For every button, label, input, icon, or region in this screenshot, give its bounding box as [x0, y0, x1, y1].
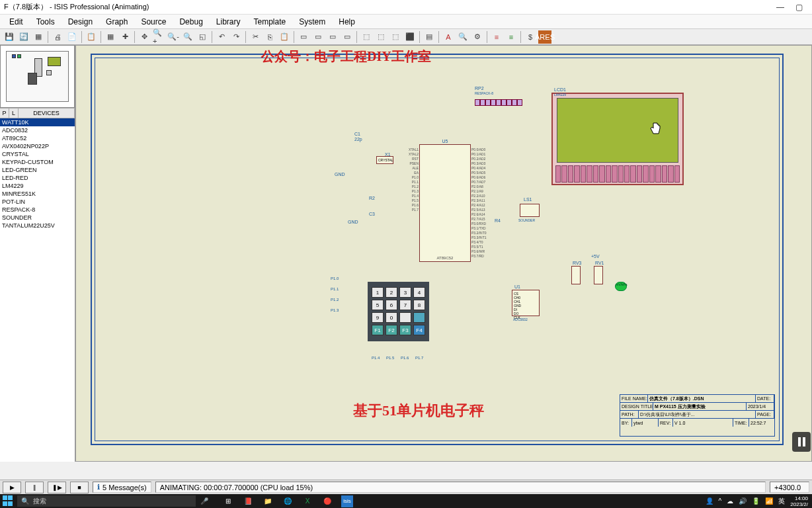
tool-clipboard-icon[interactable]: 📋: [85, 30, 98, 44]
tool-make-icon[interactable]: ⬚: [374, 30, 387, 44]
tool-erc-icon[interactable]: ≡: [490, 30, 503, 44]
tool-block2-icon[interactable]: ▭: [311, 30, 325, 44]
crystal[interactable]: CRYSTAL: [376, 156, 393, 164]
device-item[interactable]: LM4229: [0, 182, 75, 190]
sensor-icon[interactable]: mV/kPa: [615, 282, 627, 291]
schematic-canvas[interactable]: 公众号：电子工程DIY工作室 U5 XTAL1XTAL2 RST PSENALE…: [75, 45, 812, 462]
mic-icon[interactable]: 🎤: [200, 497, 209, 505]
menu-template[interactable]: Template: [249, 16, 292, 28]
tool-ares-icon[interactable]: ARES: [538, 30, 551, 44]
menu-library[interactable]: Library: [211, 16, 246, 28]
key-7[interactable]: 7: [399, 300, 411, 310]
tool-props-icon[interactable]: ⚙: [471, 30, 484, 44]
device-item[interactable]: LED-GREEN: [0, 166, 75, 174]
maximize-button[interactable]: ▢: [790, 3, 808, 12]
key-8[interactable]: 8: [413, 300, 425, 310]
tool-decomp-icon[interactable]: ⬛: [403, 30, 417, 44]
menu-help[interactable]: Help: [333, 16, 360, 28]
isis-app-icon[interactable]: isis: [341, 495, 353, 507]
tool-paste-icon[interactable]: 📋: [278, 30, 291, 44]
sim-play-button[interactable]: ▶: [3, 482, 21, 493]
tool-wire-icon[interactable]: ▤: [423, 30, 436, 44]
menu-system[interactable]: System: [294, 16, 331, 28]
tool-printarea-icon[interactable]: 📄: [65, 30, 79, 44]
menu-tools[interactable]: Tools: [31, 16, 60, 28]
tool-zoomarea-icon[interactable]: ◱: [196, 30, 209, 44]
tray-cloud-icon[interactable]: ☁: [727, 497, 733, 505]
task-view-icon[interactable]: ⊞: [222, 495, 234, 507]
tool-block3-icon[interactable]: ▭: [326, 30, 339, 44]
lcd1[interactable]: LCD1 LM4229: [551, 93, 684, 185]
sim-pause-button[interactable]: ‖: [25, 482, 44, 493]
device-item[interactable]: ADC0832: [0, 126, 75, 134]
menu-debug[interactable]: Debug: [174, 16, 208, 28]
key-f2[interactable]: F2: [386, 325, 397, 335]
tool-grid-icon[interactable]: ▦: [104, 30, 117, 44]
tool-undo-icon[interactable]: ↶: [215, 30, 228, 44]
device-item[interactable]: RESPACK-8: [0, 206, 75, 214]
taskbar-clock[interactable]: 14:00 2023/2/: [790, 495, 808, 507]
header-l[interactable]: L: [9, 108, 19, 118]
tool-autoroute-icon[interactable]: A: [442, 30, 455, 44]
record-icon[interactable]: 🔴: [321, 495, 333, 507]
sounder[interactable]: [520, 204, 540, 217]
tray-up-icon[interactable]: ^: [719, 497, 722, 505]
tool-redo-icon[interactable]: ↷: [229, 30, 243, 44]
keypad[interactable]: 1 2 3 4 5 6 7 8 9 0: [368, 282, 429, 341]
device-item[interactable]: TANTALUM22U25V: [0, 222, 75, 230]
respack-rp2[interactable]: RP2 RESPACK-8: [475, 93, 522, 106]
tool-zoomout-icon[interactable]: 🔍-: [167, 30, 180, 44]
tray-battery-icon[interactable]: 🔋: [752, 497, 760, 505]
tray-lang[interactable]: 英: [778, 497, 785, 506]
key-3[interactable]: 3: [399, 287, 411, 298]
key-2[interactable]: 2: [386, 287, 397, 298]
key-f4[interactable]: F4: [413, 325, 425, 335]
key-6[interactable]: 6: [386, 300, 397, 310]
tray-speaker-icon[interactable]: 🔊: [739, 497, 747, 505]
device-item[interactable]: AT89C52: [0, 134, 75, 142]
tool-netlist-icon[interactable]: ≡: [505, 30, 518, 44]
taskbar-search[interactable]: 🔍 搜索: [17, 495, 196, 507]
messages-status[interactable]: ℹ 5 Message(s): [93, 482, 151, 493]
device-item[interactable]: LED-RED: [0, 174, 75, 182]
key-0[interactable]: 0: [386, 312, 397, 323]
device-item[interactable]: CRYSTAL: [0, 150, 75, 158]
explorer-icon[interactable]: 📁: [262, 495, 274, 507]
key-1[interactable]: 1: [372, 287, 384, 298]
tool-refresh-icon[interactable]: 🔄: [17, 30, 30, 44]
device-item[interactable]: POT-LIN: [0, 198, 75, 206]
mcu-at89c52[interactable]: U5 XTAL1XTAL2 RST PSENALEEA P1.0P1.1P1.2…: [419, 144, 471, 262]
key-f3[interactable]: F3: [399, 325, 411, 335]
device-list[interactable]: WATT10K ADC0832 AT89C52 AVX0402NP022P CR…: [0, 118, 75, 462]
adc0832[interactable]: CSCH0CH1GNDDIDOCLK: [512, 290, 540, 316]
pot-rv3[interactable]: [571, 266, 581, 284]
key-9[interactable]: 9: [372, 312, 384, 323]
menu-source[interactable]: Source: [136, 16, 171, 28]
tray-people-icon[interactable]: 👤: [706, 497, 713, 505]
tool-save-icon[interactable]: 💾: [3, 30, 16, 44]
device-item[interactable]: AVX0402NP022P: [0, 142, 75, 150]
key-f1[interactable]: F1: [372, 325, 384, 335]
excel-icon[interactable]: X: [302, 495, 313, 507]
menu-graph[interactable]: Graph: [101, 16, 133, 28]
video-pause-button[interactable]: [792, 432, 811, 452]
menu-design[interactable]: Design: [63, 16, 98, 28]
tool-copy-icon[interactable]: ⎘: [263, 30, 276, 44]
device-item[interactable]: SOUNDER: [0, 214, 75, 222]
header-p[interactable]: P: [0, 108, 9, 118]
key-blank2[interactable]: [413, 312, 425, 323]
menu-edit[interactable]: Edit: [4, 16, 28, 28]
tray-wifi-icon[interactable]: 📶: [765, 497, 773, 505]
key-blank1[interactable]: [399, 312, 411, 323]
tool-pan-icon[interactable]: ✥: [138, 30, 151, 44]
tool-pick-icon[interactable]: ⬚: [360, 30, 373, 44]
pdf-icon[interactable]: 📕: [242, 495, 254, 507]
minimize-button[interactable]: —: [771, 3, 790, 12]
key-5[interactable]: 5: [372, 300, 384, 310]
key-4[interactable]: 4: [413, 287, 425, 298]
tool-zoomin-icon[interactable]: 🔍+: [152, 30, 165, 44]
tool-cut-icon[interactable]: ✂: [249, 30, 262, 44]
tool-zoom-region-icon[interactable]: ▦: [32, 30, 45, 44]
tool-origin-icon[interactable]: ✚: [118, 30, 132, 44]
tool-print-icon[interactable]: 🖨: [51, 30, 64, 44]
